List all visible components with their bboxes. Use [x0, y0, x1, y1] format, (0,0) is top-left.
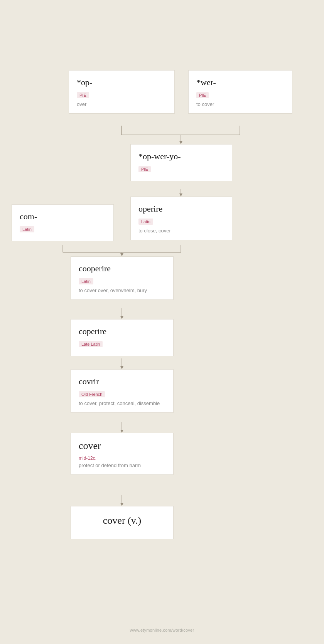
card-cooperire-def: to cover over, overwhelm, bury [79, 288, 165, 293]
card-covrir-title: covrir [79, 377, 165, 387]
card-covrir: covrir Old French to cover, protect, con… [71, 369, 174, 413]
card-coperire: coperire Late Latin [71, 319, 174, 356]
card-cooperire-lang: Latin [79, 278, 93, 284]
card-op: *op- PIE over [69, 70, 175, 114]
svg-marker-6 [179, 193, 182, 197]
card-coperire-title: coperire [79, 326, 165, 336]
card-operire-def: to close, cover [138, 228, 224, 234]
card-opweryo-lang: PIE [138, 166, 151, 172]
card-wer: *wer- PIE to cover [188, 70, 292, 114]
card-operire-title: operire [138, 204, 224, 214]
page-container: *op- PIE over *wer- PIE to cover *op-wer… [0, 0, 324, 644]
card-coperire-lang: Late Latin [79, 341, 103, 347]
card-covrir-def: to cover, protect, conceal, dissemble [79, 400, 165, 406]
card-operire-lang: Latin [138, 219, 153, 225]
card-cover-def: protect or defend from harm [79, 462, 165, 468]
card-op-lang: PIE [77, 92, 89, 98]
card-operire: operire Latin to close, cover [130, 197, 232, 240]
card-covrir-lang: Old French [79, 391, 105, 397]
footer-url: www.etymonline.com/word/cover [0, 628, 324, 632]
svg-marker-13 [120, 316, 123, 319]
card-opweryo: *op-wer-yo- PIE [130, 144, 232, 181]
card-cover-meta: mid-12c. [79, 456, 165, 461]
card-cover-title: cover [79, 440, 165, 452]
card-com-lang: Latin [20, 226, 34, 232]
card-cover: cover mid-12c. protect or defend from ha… [71, 433, 174, 475]
svg-marker-11 [120, 253, 123, 256]
card-cover-v: cover (v.) [71, 506, 174, 539]
card-wer-lang: PIE [196, 92, 209, 98]
card-com: com- Latin [12, 204, 114, 241]
svg-marker-17 [120, 430, 123, 433]
card-cooperire-title: cooperire [79, 264, 165, 274]
card-wer-def: to cover [196, 101, 284, 107]
card-op-title: *op- [77, 77, 167, 87]
card-com-title: com- [20, 212, 106, 222]
card-wer-title: *wer- [196, 77, 284, 87]
svg-marker-4 [179, 141, 182, 144]
card-op-def: over [77, 101, 167, 107]
card-cooperire: cooperire Latin to cover over, overwhelm… [71, 256, 174, 300]
svg-marker-15 [120, 366, 123, 369]
card-cover-v-title: cover (v.) [79, 515, 165, 526]
svg-marker-19 [120, 503, 123, 506]
card-opweryo-title: *op-wer-yo- [138, 151, 224, 161]
